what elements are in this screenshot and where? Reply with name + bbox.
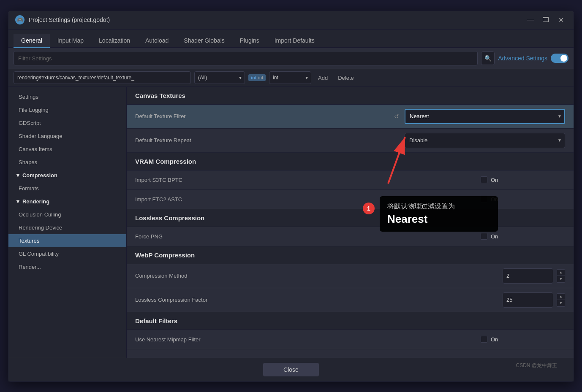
row-value-use-nearest-mipmap: On — [481, 336, 565, 343]
sidebar-item-file-logging[interactable]: File Logging — [8, 103, 126, 116]
texture-filter-select[interactable]: Nearest Linear Nearest Mipmap Linear Mip… — [405, 109, 565, 124]
row-label-default-texture-repeat: Default Texture Repeat — [135, 137, 405, 143]
row-lossless-factor: Lossless Compression Factor ▲ ▼ — [127, 288, 574, 312]
row-value-default-texture-filter: ↺ Nearest Linear Nearest Mipmap Linear M… — [392, 109, 565, 124]
filter-dropdown[interactable] — [194, 71, 245, 84]
row-label-import-etc2: Import ETC2 ASTC — [135, 196, 481, 203]
row-label-lossless-factor: Lossless Compression Factor — [135, 297, 503, 303]
delete-button[interactable]: Delete — [335, 73, 357, 83]
window-title: Project Settings (project.godot) — [29, 16, 525, 23]
search-icon[interactable]: 🔍 — [481, 51, 495, 65]
row-default-texture-repeat: Default Texture Repeat Disable Enable Mi… — [127, 129, 574, 153]
type-badge: int int — [248, 74, 266, 81]
tabs-bar: General Input Map Localization Autoload … — [8, 30, 574, 48]
sidebar-item-shapes[interactable]: Shapes — [8, 156, 126, 169]
lossless-factor-up[interactable]: ▲ — [557, 293, 565, 300]
compression-method-down[interactable]: ▼ — [557, 276, 565, 283]
advanced-settings-toggle[interactable] — [551, 54, 568, 63]
sidebar-item-render[interactable]: Render... — [8, 260, 126, 273]
row-value-lossless-factor: ▲ ▼ — [503, 292, 565, 308]
window-controls: — 🗖 ✕ — [525, 16, 567, 24]
watermark: CSDN @龙中舞王 — [516, 362, 557, 369]
sidebar-item-textures[interactable]: Textures — [8, 234, 126, 247]
section-webp-compression: WebP Compression — [127, 246, 574, 264]
import-etc2-value: On — [491, 196, 498, 203]
close-bar: Close — [8, 358, 574, 381]
row-label-use-nearest-mipmap: Use Nearest Mipmap Filter — [135, 336, 481, 343]
tab-import-defaults[interactable]: Import Defaults — [267, 34, 322, 48]
row-default-texture-filter: Default Texture Filter ↺ Nearest Linear … — [127, 105, 574, 129]
row-value-force-png: On — [481, 233, 565, 240]
title-bar: 🎮 Project Settings (project.godot) — 🗖 ✕ — [8, 11, 574, 30]
import-s3tc-value: On — [491, 177, 498, 183]
rendering-arrow-icon: ▼ — [15, 198, 21, 205]
main-content: Settings File Logging GDScript Shader La… — [8, 87, 574, 358]
sidebar-item-gl-compatibility[interactable]: GL Compatibility — [8, 247, 126, 260]
reset-default-texture-filter-button[interactable]: ↺ — [392, 112, 401, 121]
type-badge-text: int — [258, 75, 263, 80]
sidebar-item-settings[interactable]: Settings — [8, 90, 126, 103]
sidebar-item-rendering-device[interactable]: Rendering Device — [8, 221, 126, 234]
section-default-filters: Default Filters — [127, 312, 574, 330]
sidebar-section-compression-label: Compression — [22, 172, 57, 178]
close-window-button[interactable]: ✕ — [555, 16, 567, 24]
path-bar: ▼ int int ▼ Add Delete — [8, 69, 574, 87]
sidebar-item-gdscript[interactable]: GDScript — [8, 116, 126, 130]
tab-autoload[interactable]: Autoload — [138, 34, 176, 48]
lossless-factor-input[interactable] — [503, 292, 553, 308]
sidebar-item-canvas-items[interactable]: Canvas Items — [8, 143, 126, 156]
use-nearest-mipmap-checkbox[interactable] — [481, 336, 487, 343]
maximize-button[interactable]: 🗖 — [540, 16, 552, 24]
tab-localization[interactable]: Localization — [91, 34, 138, 48]
type-dropdown-wrap: ▼ — [269, 71, 311, 84]
app-icon: 🎮 — [15, 15, 24, 24]
sidebar-item-shader-language[interactable]: Shader Language — [8, 130, 126, 143]
texture-repeat-select[interactable]: Disable Enable Mirror — [405, 133, 565, 148]
section-lossless-compression: Lossless Compression — [127, 209, 574, 227]
compression-arrow-icon: ▼ — [15, 172, 21, 178]
force-png-checkbox[interactable] — [481, 233, 487, 240]
tab-general[interactable]: General — [14, 34, 50, 48]
lossless-factor-spinner: ▲ ▼ — [557, 293, 565, 307]
close-button[interactable]: Close — [263, 363, 319, 376]
row-force-png: Force PNG On — [127, 227, 574, 246]
row-value-compression-method: ▲ ▼ — [503, 268, 565, 284]
compression-method-input[interactable] — [503, 268, 553, 284]
row-import-s3tc: Import S3TC BPTC On — [127, 170, 574, 190]
row-label-default-texture-filter: Default Texture Filter — [135, 113, 392, 119]
row-value-import-s3tc: On — [481, 176, 565, 183]
import-s3tc-checkbox[interactable] — [481, 176, 487, 183]
tab-input-map[interactable]: Input Map — [50, 34, 91, 48]
filter-settings-input[interactable] — [14, 51, 478, 65]
content-panel: Canvas Textures Default Texture Filter ↺… — [127, 87, 574, 358]
sidebar: Settings File Logging GDScript Shader La… — [8, 87, 127, 358]
sidebar-section-rendering-label: Rendering — [22, 198, 49, 205]
minimize-button[interactable]: — — [525, 16, 536, 24]
row-label-import-s3tc: Import S3TC BPTC — [135, 177, 481, 183]
row-value-default-texture-repeat: Disable Enable Mirror ▼ — [405, 133, 565, 148]
texture-filter-dropdown-wrap: Nearest Linear Nearest Mipmap Linear Mip… — [405, 109, 565, 124]
lossless-factor-down[interactable]: ▼ — [557, 300, 565, 307]
section-vram-compression: VRAM Compression — [127, 153, 574, 170]
tab-plugins[interactable]: Plugins — [232, 34, 267, 48]
use-nearest-mipmap-value: On — [491, 336, 498, 343]
type-dropdown[interactable] — [269, 71, 311, 84]
section-canvas-textures: Canvas Textures — [127, 87, 574, 105]
texture-repeat-dropdown-wrap: Disable Enable Mirror ▼ — [405, 133, 565, 148]
row-use-nearest-mipmap: Use Nearest Mipmap Filter On — [127, 330, 574, 349]
sidebar-section-rendering[interactable]: ▼ Rendering — [8, 195, 126, 208]
sidebar-section-compression[interactable]: ▼ Compression — [8, 169, 126, 182]
compression-method-up[interactable]: ▲ — [557, 269, 565, 276]
sidebar-item-occlusion-culling[interactable]: Occlusion Culling — [8, 208, 126, 221]
tab-shader-globals[interactable]: Shader Globals — [176, 34, 232, 48]
sidebar-item-formats[interactable]: Formats — [8, 182, 126, 195]
type-badge-label: int — [251, 75, 256, 80]
row-label-force-png: Force PNG — [135, 233, 481, 240]
row-import-etc2: Import ETC2 ASTC On — [127, 190, 574, 209]
advanced-settings-label: Advanced Settings — [498, 55, 547, 62]
row-value-import-etc2: On — [481, 196, 565, 203]
force-png-value: On — [491, 233, 498, 240]
add-button[interactable]: Add — [315, 73, 331, 83]
path-input[interactable] — [14, 71, 191, 84]
import-etc2-checkbox[interactable] — [481, 196, 487, 203]
